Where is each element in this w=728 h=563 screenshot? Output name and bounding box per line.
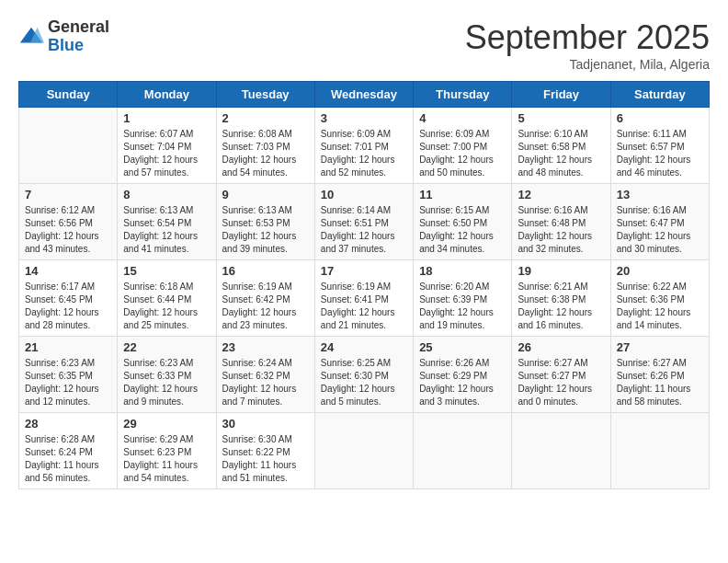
cell-info: Sunrise: 6:11 AM Sunset: 6:57 PM Dayligh… [617,128,703,179]
day-number: 17 [321,264,407,278]
day-header-tuesday: Tuesday [216,82,314,108]
cell-info: Sunrise: 6:15 AM Sunset: 6:50 PM Dayligh… [419,204,506,256]
day-number: 12 [518,188,604,201]
cell-info: Sunrise: 6:16 AM Sunset: 6:47 PM Dayligh… [617,204,703,256]
cell-info: Sunrise: 6:21 AM Sunset: 6:38 PM Dayligh… [518,281,604,332]
calendar-cell: 30 Sunrise: 6:30 AM Sunset: 6:22 PM Dayl… [216,413,314,489]
calendar-header-row: SundayMondayTuesdayWednesdayThursdayFrid… [19,82,710,108]
day-number: 16 [222,264,309,278]
calendar-cell: 20 Sunrise: 6:22 AM Sunset: 6:36 PM Dayl… [610,260,709,337]
day-number: 15 [123,264,210,278]
day-number: 29 [123,417,210,431]
day-number: 9 [222,188,309,201]
cell-info: Sunrise: 6:13 AM Sunset: 6:54 PM Dayligh… [123,204,210,256]
logo-general: General [48,18,109,37]
logo-text: General Blue [48,18,109,55]
day-number: 7 [25,188,111,201]
day-number: 8 [123,188,210,201]
day-header-wednesday: Wednesday [314,82,413,108]
cell-info: Sunrise: 6:19 AM Sunset: 6:41 PM Dayligh… [321,281,407,332]
calendar-cell [19,108,118,184]
cell-info: Sunrise: 6:27 AM Sunset: 6:27 PM Dayligh… [518,357,604,408]
calendar-cell: 18 Sunrise: 6:20 AM Sunset: 6:39 PM Dayl… [414,260,512,337]
cell-info: Sunrise: 6:23 AM Sunset: 6:35 PM Dayligh… [25,357,111,408]
cell-info: Sunrise: 6:19 AM Sunset: 6:42 PM Dayligh… [222,281,309,332]
day-number: 20 [617,264,703,278]
cell-info: Sunrise: 6:09 AM Sunset: 7:01 PM Dayligh… [321,128,407,179]
day-number: 1 [123,111,210,125]
calendar-cell: 26 Sunrise: 6:27 AM Sunset: 6:27 PM Dayl… [512,337,610,413]
calendar-cell: 5 Sunrise: 6:10 AM Sunset: 6:58 PM Dayli… [512,108,610,184]
cell-info: Sunrise: 6:29 AM Sunset: 6:23 PM Dayligh… [123,433,210,485]
logo-icon [18,24,44,50]
title-section: September 2025 Tadjenanet, Mila, Algeria [465,18,710,72]
calendar-cell [314,413,413,489]
calendar-cell: 7 Sunrise: 6:12 AM Sunset: 6:56 PM Dayli… [19,184,118,260]
cell-info: Sunrise: 6:30 AM Sunset: 6:22 PM Dayligh… [222,433,309,485]
day-number: 25 [419,340,506,354]
day-number: 19 [518,264,604,278]
calendar-cell [512,413,610,489]
day-header-monday: Monday [118,82,216,108]
cell-info: Sunrise: 6:07 AM Sunset: 7:04 PM Dayligh… [123,128,210,179]
cell-info: Sunrise: 6:25 AM Sunset: 6:30 PM Dayligh… [321,357,407,408]
day-number: 28 [25,417,111,431]
month-title: September 2025 [465,18,710,57]
day-number: 21 [25,340,111,354]
cell-info: Sunrise: 6:13 AM Sunset: 6:53 PM Dayligh… [222,204,309,256]
cell-info: Sunrise: 6:14 AM Sunset: 6:51 PM Dayligh… [321,204,407,256]
calendar-cell: 19 Sunrise: 6:21 AM Sunset: 6:38 PM Dayl… [512,260,610,337]
day-number: 2 [222,111,309,125]
calendar-cell: 3 Sunrise: 6:09 AM Sunset: 7:01 PM Dayli… [314,108,413,184]
calendar-cell: 11 Sunrise: 6:15 AM Sunset: 6:50 PM Dayl… [414,184,512,260]
week-row-3: 14 Sunrise: 6:17 AM Sunset: 6:45 PM Dayl… [19,260,710,337]
day-number: 4 [419,111,506,125]
calendar-cell: 22 Sunrise: 6:23 AM Sunset: 6:33 PM Dayl… [118,337,216,413]
day-number: 5 [518,111,604,125]
calendar-cell: 12 Sunrise: 6:16 AM Sunset: 6:48 PM Dayl… [512,184,610,260]
day-number: 27 [617,340,703,354]
day-number: 30 [222,417,309,431]
calendar-cell: 24 Sunrise: 6:25 AM Sunset: 6:30 PM Dayl… [314,337,413,413]
location: Tadjenanet, Mila, Algeria [465,57,710,72]
week-row-1: 1 Sunrise: 6:07 AM Sunset: 7:04 PM Dayli… [19,108,710,184]
cell-info: Sunrise: 6:08 AM Sunset: 7:03 PM Dayligh… [222,128,309,179]
week-row-2: 7 Sunrise: 6:12 AM Sunset: 6:56 PM Dayli… [19,184,710,260]
calendar-cell: 15 Sunrise: 6:18 AM Sunset: 6:44 PM Dayl… [118,260,216,337]
day-number: 14 [25,264,111,278]
week-row-4: 21 Sunrise: 6:23 AM Sunset: 6:35 PM Dayl… [19,337,710,413]
logo: General Blue [18,18,109,55]
day-header-thursday: Thursday [414,82,512,108]
day-number: 6 [617,111,703,125]
day-number: 10 [321,188,407,201]
calendar-cell: 21 Sunrise: 6:23 AM Sunset: 6:35 PM Dayl… [19,337,118,413]
day-number: 3 [321,111,407,125]
cell-info: Sunrise: 6:24 AM Sunset: 6:32 PM Dayligh… [222,357,309,408]
calendar-cell: 2 Sunrise: 6:08 AM Sunset: 7:03 PM Dayli… [216,108,314,184]
cell-info: Sunrise: 6:26 AM Sunset: 6:29 PM Dayligh… [419,357,506,408]
cell-info: Sunrise: 6:12 AM Sunset: 6:56 PM Dayligh… [25,204,111,256]
calendar-cell: 1 Sunrise: 6:07 AM Sunset: 7:04 PM Dayli… [118,108,216,184]
calendar-cell: 8 Sunrise: 6:13 AM Sunset: 6:54 PM Dayli… [118,184,216,260]
calendar-cell: 28 Sunrise: 6:28 AM Sunset: 6:24 PM Dayl… [19,413,118,489]
calendar-cell: 14 Sunrise: 6:17 AM Sunset: 6:45 PM Dayl… [19,260,118,337]
day-number: 24 [321,340,407,354]
cell-info: Sunrise: 6:17 AM Sunset: 6:45 PM Dayligh… [25,281,111,332]
day-number: 13 [617,188,703,201]
calendar-cell: 23 Sunrise: 6:24 AM Sunset: 6:32 PM Dayl… [216,337,314,413]
cell-info: Sunrise: 6:18 AM Sunset: 6:44 PM Dayligh… [123,281,210,332]
logo-blue: Blue [48,37,109,55]
week-row-5: 28 Sunrise: 6:28 AM Sunset: 6:24 PM Dayl… [19,413,710,489]
calendar-cell: 27 Sunrise: 6:27 AM Sunset: 6:26 PM Dayl… [610,337,709,413]
calendar-cell: 29 Sunrise: 6:29 AM Sunset: 6:23 PM Dayl… [118,413,216,489]
day-number: 22 [123,340,210,354]
calendar-cell: 10 Sunrise: 6:14 AM Sunset: 6:51 PM Dayl… [314,184,413,260]
calendar-cell [414,413,512,489]
calendar-cell: 4 Sunrise: 6:09 AM Sunset: 7:00 PM Dayli… [414,108,512,184]
cell-info: Sunrise: 6:16 AM Sunset: 6:48 PM Dayligh… [518,204,604,256]
calendar-cell: 25 Sunrise: 6:26 AM Sunset: 6:29 PM Dayl… [414,337,512,413]
calendar-cell: 16 Sunrise: 6:19 AM Sunset: 6:42 PM Dayl… [216,260,314,337]
cell-info: Sunrise: 6:09 AM Sunset: 7:00 PM Dayligh… [419,128,506,179]
day-header-friday: Friday [512,82,610,108]
day-header-sunday: Sunday [19,82,118,108]
